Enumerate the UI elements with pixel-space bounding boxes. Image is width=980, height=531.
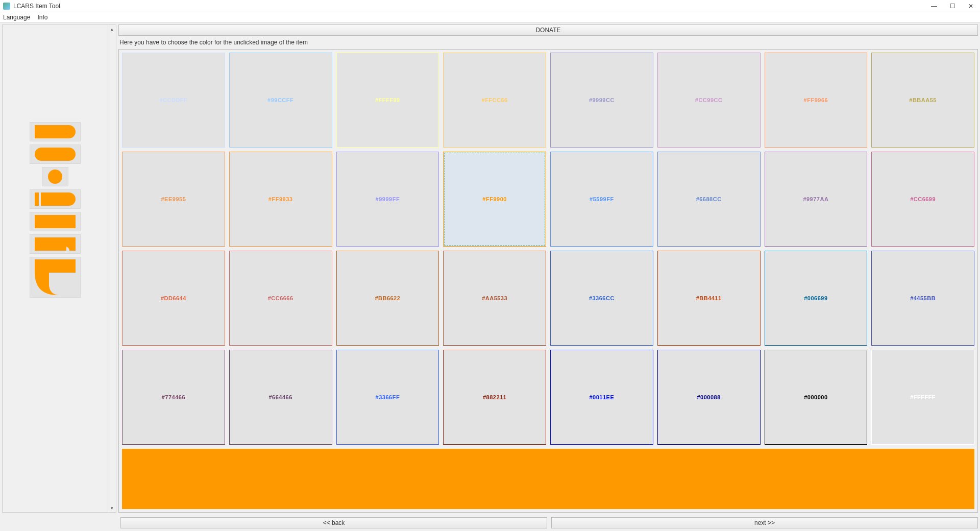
color-swatch[interactable]: #BBAA55: [871, 53, 974, 148]
color-swatch[interactable]: #0011EE: [550, 350, 653, 445]
color-swatch[interactable]: #9999CC: [550, 53, 653, 148]
color-swatch[interactable]: #EE9955: [122, 152, 225, 247]
shape-circle[interactable]: [42, 167, 68, 186]
close-button[interactable]: ✕: [968, 3, 974, 9]
shape-icon: [35, 148, 76, 161]
color-swatch[interactable]: #774466: [122, 350, 225, 445]
shape-rectangle[interactable]: [30, 212, 81, 231]
footer-nav: << back next >>: [0, 515, 980, 531]
color-swatch[interactable]: #006699: [765, 251, 868, 346]
minimize-button[interactable]: —: [931, 3, 937, 9]
color-swatch[interactable]: #9977AA: [765, 152, 868, 247]
color-swatch[interactable]: #4455BB: [871, 251, 974, 346]
next-button[interactable]: next >>: [551, 517, 978, 528]
main-panel: DONATE Here you have to choose the color…: [118, 25, 978, 513]
color-swatch[interactable]: #DD6644: [122, 251, 225, 346]
donate-button[interactable]: DONATE: [118, 25, 978, 36]
shape-icon: [48, 170, 62, 184]
shape-icon: [35, 215, 76, 228]
maximize-button[interactable]: ☐: [949, 3, 955, 9]
scroll-up-icon[interactable]: ▴: [108, 25, 116, 33]
sidebar: ▴ ▾: [2, 25, 116, 513]
color-grid: #CCDDFF#99CCFF#FFFF99#FFCC66#9999CC#CC99…: [122, 53, 974, 445]
svg-rect-3: [35, 215, 76, 228]
color-swatch[interactable]: #FFCC66: [443, 53, 546, 148]
color-swatch[interactable]: #99CCFF: [229, 53, 332, 148]
shape-elbow[interactable]: [30, 257, 81, 298]
color-swatch[interactable]: #FF9966: [765, 53, 868, 148]
title-bar: LCARS Item Tool — ☐ ✕: [0, 0, 980, 12]
shape-icon: [35, 237, 76, 251]
back-button[interactable]: << back: [120, 517, 547, 528]
content-area: ▴ ▾ DONATE Here you have to choose the c…: [0, 22, 980, 515]
shape-list: [3, 25, 108, 512]
shape-icon: [35, 192, 76, 206]
color-swatch[interactable]: #000000: [765, 350, 868, 445]
shape-icon: [35, 125, 76, 138]
app-icon: [3, 3, 10, 10]
color-swatch[interactable]: #CC99CC: [657, 53, 761, 148]
sidebar-scrollbar[interactable]: ▴ ▾: [108, 25, 116, 512]
color-swatch[interactable]: #CC6699: [871, 152, 974, 247]
shape-pill[interactable]: [30, 144, 81, 164]
shape-rounded-right[interactable]: [30, 122, 81, 141]
color-swatch[interactable]: #000088: [657, 350, 761, 445]
svg-point-4: [49, 273, 71, 295]
color-swatch[interactable]: #664466: [229, 350, 332, 445]
shape-rounded-right-split[interactable]: [30, 189, 81, 209]
color-swatch[interactable]: #AA5533: [443, 251, 546, 346]
color-preview: [122, 449, 974, 509]
window-title: LCARS Item Tool: [13, 3, 931, 10]
color-swatch[interactable]: #3366FF: [336, 350, 439, 445]
menu-bar: Language Info: [0, 12, 980, 22]
color-swatch[interactable]: #FFFF99: [336, 53, 439, 148]
color-swatch[interactable]: #BB4411: [657, 251, 761, 346]
svg-rect-2: [35, 192, 39, 206]
shape-notched-rect[interactable]: [30, 234, 81, 254]
svg-point-1: [48, 170, 62, 184]
scroll-down-icon[interactable]: ▾: [108, 504, 116, 512]
color-swatch[interactable]: #3366CC: [550, 251, 653, 346]
color-swatch[interactable]: #BB6622: [336, 251, 439, 346]
color-swatch[interactable]: #882211: [443, 350, 546, 445]
menu-language[interactable]: Language: [3, 14, 30, 21]
color-swatch[interactable]: #CCDDFF: [122, 53, 225, 148]
color-swatch[interactable]: #CC6666: [229, 251, 332, 346]
color-swatch[interactable]: #9999FF: [336, 152, 439, 247]
menu-info[interactable]: Info: [37, 14, 47, 21]
color-picker: #CCDDFF#99CCFF#FFFF99#FFCC66#9999CC#CC99…: [118, 49, 978, 513]
color-swatch[interactable]: #FF9933: [229, 152, 332, 247]
color-swatch[interactable]: #FF9900: [443, 152, 546, 247]
color-swatch[interactable]: #5599FF: [550, 152, 653, 247]
color-swatch[interactable]: #FFFFFF: [871, 350, 974, 445]
color-swatch[interactable]: #6688CC: [657, 152, 761, 247]
shape-icon: [35, 259, 76, 295]
svg-rect-0: [35, 148, 76, 161]
instruction-text: Here you have to choose the color for th…: [118, 38, 978, 47]
